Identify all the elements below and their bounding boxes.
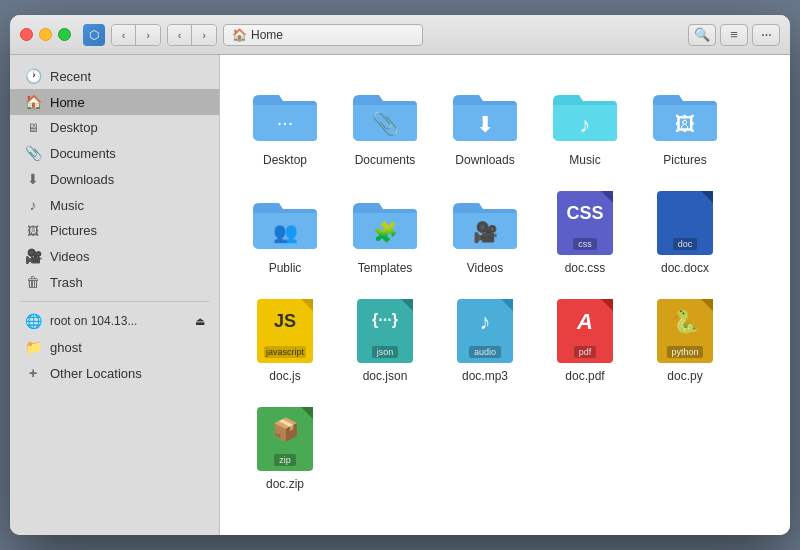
file-doc-css[interactable]: CSS css doc.css [540, 183, 630, 281]
ghost-folder-icon: 📁 [24, 339, 42, 355]
folder-desktop-label: Desktop [263, 153, 307, 167]
sidebar-label-root: root on 104.13... [50, 314, 137, 328]
nav-back-forward: ‹ › [111, 24, 161, 46]
sidebar-item-music[interactable]: ♪ Music [10, 192, 219, 218]
sidebar-item-trash[interactable]: 🗑 Trash [10, 269, 219, 295]
back-button[interactable]: ‹ [112, 25, 136, 45]
sidebar-label-downloads: Downloads [50, 172, 114, 187]
sidebar-label-desktop: Desktop [50, 120, 98, 135]
videos-icon: 🎥 [24, 248, 42, 264]
music-icon: ♪ [24, 197, 42, 213]
file-css-label: doc.css [565, 261, 606, 275]
folder-documents-icon: 📎 [351, 81, 419, 149]
nav-up-down: ‹ › [167, 24, 217, 46]
file-py-label: doc.py [667, 369, 702, 383]
forward-button[interactable]: › [136, 25, 160, 45]
next-location-button[interactable]: › [192, 25, 216, 45]
app-icon: ⬡ [83, 24, 105, 46]
file-docx-label: doc.docx [661, 261, 709, 275]
svg-text:···: ··· [277, 111, 294, 133]
svg-text:📎: 📎 [372, 110, 400, 137]
svg-text:♪: ♪ [580, 112, 591, 137]
file-pdf-label: doc.pdf [565, 369, 604, 383]
maximize-button[interactable] [58, 28, 71, 41]
sidebar-item-other-locations[interactable]: + Other Locations [10, 360, 219, 386]
svg-text:🎥: 🎥 [473, 220, 498, 244]
sidebar-item-downloads[interactable]: ⬇ Downloads [10, 166, 219, 192]
file-zip-label: doc.zip [266, 477, 304, 491]
sidebar-label-videos: Videos [50, 249, 90, 264]
minimize-button[interactable] [39, 28, 52, 41]
close-button[interactable] [20, 28, 33, 41]
svg-text:🖼: 🖼 [675, 113, 695, 135]
main-content: 🕐 Recent 🏠 Home 🖥 Desktop 📎 Documents ⬇ [10, 55, 790, 535]
traffic-lights [20, 28, 71, 41]
folder-documents-label: Documents [355, 153, 416, 167]
svg-text:👥: 👥 [273, 220, 298, 244]
search-button[interactable]: 🔍 [688, 24, 716, 46]
folder-videos[interactable]: 🎥 Videos [440, 183, 530, 281]
file-doc-json[interactable]: {···} json doc.json [340, 291, 430, 389]
eject-icon[interactable]: ⏏ [195, 315, 205, 328]
file-doc-js[interactable]: JS javascript doc.js [240, 291, 330, 389]
file-css-icon: CSS css [551, 189, 619, 257]
sidebar-item-videos[interactable]: 🎥 Videos [10, 243, 219, 269]
svg-text:⬇: ⬇ [476, 112, 494, 137]
folder-public[interactable]: 👥 Public [240, 183, 330, 281]
folder-music[interactable]: ♪ Music [540, 75, 630, 173]
trash-icon: 🗑 [24, 274, 42, 290]
folder-downloads[interactable]: ⬇ Downloads [440, 75, 530, 173]
sidebar-item-ghost[interactable]: 📁 ghost [10, 334, 219, 360]
sidebar-label-pictures: Pictures [50, 223, 97, 238]
sidebar-item-documents[interactable]: 📎 Documents [10, 140, 219, 166]
file-json-label: doc.json [363, 369, 408, 383]
folder-music-label: Music [569, 153, 600, 167]
sidebar-item-home[interactable]: 🏠 Home [10, 89, 219, 115]
sidebar-item-root[interactable]: 🌐 root on 104.13... ⏏ [10, 308, 219, 334]
file-mp3-label: doc.mp3 [462, 369, 508, 383]
file-zip-icon: 📦 zip [251, 405, 319, 473]
folder-templates-icon: 🧩 [351, 189, 419, 257]
toolbar-right: 🔍 ≡ ··· [688, 24, 780, 46]
sidebar-item-desktop[interactable]: 🖥 Desktop [10, 115, 219, 140]
folder-music-icon: ♪ [551, 81, 619, 149]
file-json-icon: {···} json [351, 297, 419, 365]
prev-location-button[interactable]: ‹ [168, 25, 192, 45]
folder-documents[interactable]: 📎 Documents [340, 75, 430, 173]
sidebar-label-trash: Trash [50, 275, 83, 290]
view-toggle-button[interactable]: ≡ [720, 24, 748, 46]
file-doc-zip[interactable]: 📦 zip doc.zip [240, 399, 330, 497]
sidebar: 🕐 Recent 🏠 Home 🖥 Desktop 📎 Documents ⬇ [10, 55, 220, 535]
folder-desktop[interactable]: ··· Desktop [240, 75, 330, 173]
folder-public-icon: 👥 [251, 189, 319, 257]
folder-downloads-icon: ⬇ [451, 81, 519, 149]
file-js-icon: JS javascript [251, 297, 319, 365]
file-mp3-icon: ♪ audio [451, 297, 519, 365]
sidebar-label-documents: Documents [50, 146, 116, 161]
file-doc-docx[interactable]: doc doc.docx [640, 183, 730, 281]
folder-pictures[interactable]: 🖼 Pictures [640, 75, 730, 173]
folder-public-label: Public [269, 261, 302, 275]
folder-templates-label: Templates [358, 261, 413, 275]
folder-pictures-icon: 🖼 [651, 81, 719, 149]
svg-text:🧩: 🧩 [373, 220, 398, 244]
more-options-button[interactable]: ··· [752, 24, 780, 46]
recent-icon: 🕐 [24, 68, 42, 84]
file-doc-py[interactable]: 🐍 python doc.py [640, 291, 730, 389]
file-manager-window: ⬡ ‹ › ‹ › 🏠 Home 🔍 ≡ ··· 🕐 Recent [10, 15, 790, 535]
file-doc-pdf[interactable]: A pdf doc.pdf [540, 291, 630, 389]
pictures-icon: 🖼 [24, 224, 42, 238]
titlebar: ⬡ ‹ › ‹ › 🏠 Home 🔍 ≡ ··· [10, 15, 790, 55]
folder-downloads-label: Downloads [455, 153, 514, 167]
folder-videos-label: Videos [467, 261, 503, 275]
location-bar[interactable]: 🏠 Home [223, 24, 423, 46]
file-py-icon: 🐍 python [651, 297, 719, 365]
file-doc-mp3[interactable]: ♪ audio doc.mp3 [440, 291, 530, 389]
file-pdf-icon: A pdf [551, 297, 619, 365]
home-icon: 🏠 [24, 94, 42, 110]
folder-templates[interactable]: 🧩 Templates [340, 183, 430, 281]
sidebar-item-pictures[interactable]: 🖼 Pictures [10, 218, 219, 243]
sidebar-item-recent[interactable]: 🕐 Recent [10, 63, 219, 89]
folder-pictures-label: Pictures [663, 153, 706, 167]
folder-desktop-icon: ··· [251, 81, 319, 149]
